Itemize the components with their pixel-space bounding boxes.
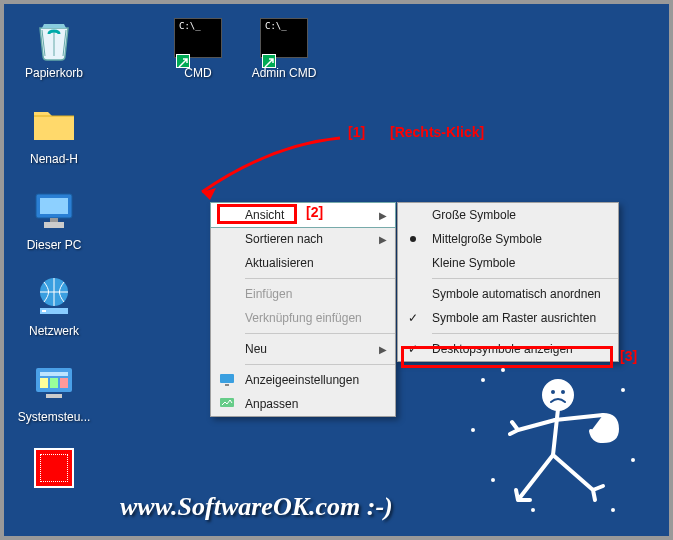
desktop-icon-label: CMD <box>158 66 238 80</box>
control-panel-icon <box>30 358 78 406</box>
desktop-icon-label: Nenad-H <box>14 152 94 166</box>
svg-rect-9 <box>40 378 48 388</box>
svg-rect-11 <box>60 378 68 388</box>
desktop-icon-user-folder[interactable]: Nenad-H <box>14 100 94 166</box>
check-icon: ✓ <box>408 311 418 325</box>
svg-point-18 <box>561 390 565 394</box>
cmd-icon <box>174 18 222 58</box>
menu-item-view[interactable]: Ansicht ▶ <box>210 202 396 228</box>
svg-point-25 <box>611 508 615 512</box>
svg-rect-14 <box>225 384 229 386</box>
annotation-1: [1] <box>348 124 365 140</box>
menu-item-label: Kleine Symbole <box>432 256 515 270</box>
menu-item-label: Verknüpfung einfügen <box>245 311 362 325</box>
desktop-icon-red-app[interactable] <box>14 444 94 496</box>
desktop-icon-label: Dieser PC <box>14 238 94 252</box>
menu-item-refresh[interactable]: Aktualisieren <box>211 251 395 275</box>
context-menu: Ansicht ▶ Sortieren nach ▶ Aktualisieren… <box>210 202 396 417</box>
submenu-item-auto-arrange[interactable]: Symbole automatisch anordnen <box>398 282 618 306</box>
svg-rect-2 <box>44 222 64 228</box>
menu-item-label: Symbole am Raster ausrichten <box>432 311 596 325</box>
menu-item-display-settings[interactable]: Anzeigeeinstellungen <box>211 368 395 392</box>
desktop-icon-control-panel[interactable]: Systemsteu... <box>14 358 94 424</box>
menu-separator <box>432 333 618 334</box>
menu-item-label: Einfügen <box>245 287 292 301</box>
menu-separator <box>245 278 395 279</box>
svg-rect-12 <box>46 394 62 398</box>
menu-separator <box>245 364 395 365</box>
bullet-icon <box>410 236 416 242</box>
red-app-icon <box>30 444 78 492</box>
annotation-arrow <box>190 130 350 210</box>
desktop-icon-recycle-bin[interactable]: Papierkorb <box>14 14 94 80</box>
check-icon: ✓ <box>408 342 418 356</box>
submenu-item-medium-icons[interactable]: Mittelgroße Symbole <box>398 227 618 251</box>
annotation-1-text: [Rechts-Klick] <box>390 124 484 140</box>
menu-item-new[interactable]: Neu ▶ <box>211 337 395 361</box>
menu-item-label: Neu <box>245 342 267 356</box>
submenu-view: Große Symbole Mittelgroße Symbole Kleine… <box>397 202 619 362</box>
menu-item-label: Symbole automatisch anordnen <box>432 287 601 301</box>
chevron-right-icon: ▶ <box>379 234 387 245</box>
menu-item-personalize[interactable]: Anpassen <box>211 392 395 416</box>
chevron-right-icon: ▶ <box>379 210 387 221</box>
chevron-right-icon: ▶ <box>379 344 387 355</box>
menu-item-label: Anpassen <box>245 397 298 411</box>
pc-icon <box>30 186 78 234</box>
menu-item-label: Anzeigeeinstellungen <box>245 373 359 387</box>
menu-separator <box>245 333 395 334</box>
desktop-icon-admin-cmd[interactable]: Admin CMD <box>244 14 324 80</box>
svg-point-24 <box>491 478 495 482</box>
desktop-icon-label: Admin CMD <box>244 66 324 80</box>
svg-point-20 <box>501 368 505 372</box>
submenu-item-large-icons[interactable]: Große Symbole <box>398 203 618 227</box>
shortcut-overlay-icon <box>262 54 276 68</box>
svg-point-16 <box>544 381 572 409</box>
menu-item-paste-shortcut: Verknüpfung einfügen <box>211 306 395 330</box>
svg-point-23 <box>631 458 635 462</box>
menu-item-label: Mittelgroße Symbole <box>432 232 542 246</box>
recycle-bin-icon <box>30 14 78 62</box>
svg-rect-3 <box>50 218 58 222</box>
submenu-item-align-grid[interactable]: ✓ Symbole am Raster ausrichten <box>398 306 618 330</box>
svg-point-22 <box>471 428 475 432</box>
svg-point-26 <box>531 508 535 512</box>
desktop-icon-label: Papierkorb <box>14 66 94 80</box>
folder-icon <box>30 100 78 148</box>
svg-rect-6 <box>42 310 46 312</box>
cmd-icon <box>260 18 308 58</box>
menu-item-label: Aktualisieren <box>245 256 314 270</box>
shortcut-overlay-icon <box>176 54 190 68</box>
svg-point-19 <box>481 378 485 382</box>
menu-item-label: Ansicht <box>245 208 284 222</box>
svg-rect-8 <box>40 372 68 376</box>
display-settings-icon <box>219 372 235 388</box>
annotation-2: [2] <box>306 204 323 220</box>
svg-rect-10 <box>50 378 58 388</box>
watermark-text: www.SoftwareOK.com :-) <box>120 492 393 522</box>
desktop-icon-network[interactable]: Netzwerk <box>14 272 94 338</box>
desktop-icon-cmd[interactable]: CMD <box>158 14 238 80</box>
submenu-item-small-icons[interactable]: Kleine Symbole <box>398 251 618 275</box>
menu-separator <box>432 278 618 279</box>
desktop-icon-label: Netzwerk <box>14 324 94 338</box>
stick-figure-graphic <box>463 360 643 520</box>
menu-item-paste: Einfügen <box>211 282 395 306</box>
menu-item-label: Desktopsymbole anzeigen <box>432 342 573 356</box>
menu-item-label: Sortieren nach <box>245 232 323 246</box>
personalize-icon <box>219 396 235 412</box>
menu-item-label: Große Symbole <box>432 208 516 222</box>
menu-item-sort[interactable]: Sortieren nach ▶ <box>211 227 395 251</box>
desktop-icon-this-pc[interactable]: Dieser PC <box>14 186 94 252</box>
svg-rect-13 <box>220 374 234 383</box>
network-icon <box>30 272 78 320</box>
svg-point-17 <box>551 390 555 394</box>
svg-point-21 <box>621 388 625 392</box>
svg-rect-1 <box>40 198 68 214</box>
submenu-item-show-desktop-icons[interactable]: ✓ Desktopsymbole anzeigen <box>398 337 618 361</box>
desktop-icon-label: Systemsteu... <box>14 410 94 424</box>
